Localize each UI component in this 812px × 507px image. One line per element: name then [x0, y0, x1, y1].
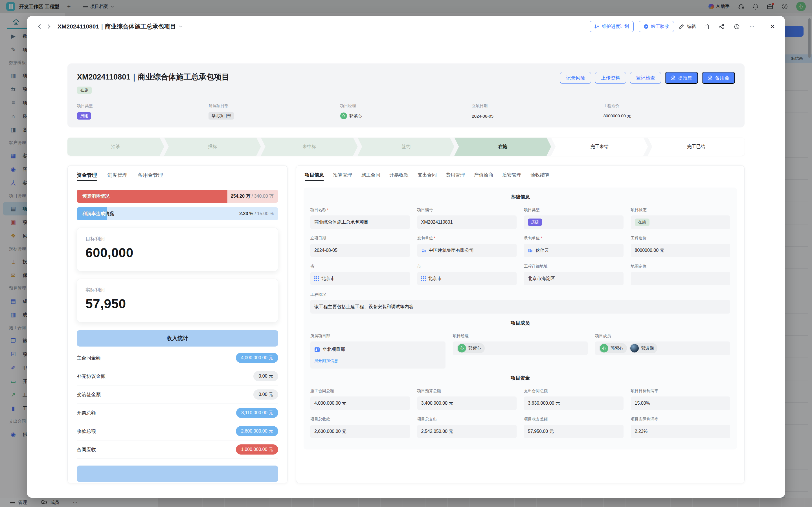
more-actions-button[interactable]: ⋯ [747, 21, 757, 32]
project-title: XM2024110801｜商业综合体施工总承包项目 [77, 72, 229, 82]
stage-pipeline: 洽谈 投标 未中标 签约 在施 完工未结 完工已结 [67, 137, 745, 156]
modal-title: XM2024110801｜商业综合体施工总承包项目 [58, 22, 182, 31]
tab-acceptance-settlement[interactable]: 验收结算 [530, 172, 550, 181]
badge-check-icon [644, 24, 649, 29]
copy-button[interactable] [701, 21, 711, 32]
amount-pill: 0.00 元 [253, 389, 278, 400]
avatar: 心 [340, 113, 347, 119]
city-grid-icon [421, 276, 426, 281]
field-total-paid: 项目总支出 2,542,050.00 元 [417, 417, 517, 438]
field-expense-contract-total: 支出合同总额 3,630,000.00 元 [524, 389, 624, 410]
stage-finished-unsettled[interactable]: 完工未结 [551, 137, 648, 156]
field-city: 市 北京市 [417, 264, 517, 285]
tab-petty-cash-management[interactable]: 备用金管理 [138, 172, 163, 181]
target-profit-card: 目标利润 600,000 [77, 228, 278, 271]
summary-field-manager: 项目经理 心郭紫心 [340, 104, 472, 120]
field-detailed-address: 工程详细地址 北京市海淀区 [524, 264, 624, 285]
stage-bidding[interactable]: 投标 [164, 137, 261, 156]
summary-field-department: 所属项目部 华北项目部 [209, 104, 340, 120]
record-risk-button[interactable]: 记录风险 [560, 72, 591, 84]
field-start-date: 立项日期 2024-08-05 [310, 236, 410, 257]
tab-expense-contract[interactable]: 支出合同 [418, 172, 437, 181]
budget-consumption-bar: 预算消耗情况 预算消耗情况 254.20 万 / 340.00 万 [77, 190, 278, 203]
city-grid-icon [314, 276, 319, 281]
field-project-cost: 工程造价 8000000.00 元 [631, 236, 730, 257]
tab-construction-contract[interactable]: 施工合同 [361, 172, 380, 181]
maintain-schedule-button[interactable]: 维护进度计划 [590, 21, 634, 32]
actual-profit-card: 实际利润 57,950 [77, 279, 278, 322]
field-construction-contract-total: 施工合同总额 4,000,000.00 元 [310, 389, 410, 410]
tab-cost-management[interactable]: 费用管理 [446, 172, 465, 181]
field-project-name: 项目名称* 商业综合体施工总承包项目 [310, 208, 410, 229]
stage-finished-settled[interactable]: 完工已结 [648, 137, 745, 156]
cut-off-statistics-button[interactable] [77, 465, 278, 482]
summary-field-date: 立项日期 2024-08-05 [472, 104, 603, 120]
modal-header: XM2024110801｜商业综合体施工总承包项目 维护进度计划 竣工验收 编辑 [27, 16, 785, 37]
amount-row-received: 收款总额 2,600,000.00 元 [77, 422, 278, 441]
close-button[interactable]: ✕ [767, 21, 777, 32]
summary-field-cost: 工程造价 8000000.00 元 [603, 104, 735, 120]
forward-button[interactable] [44, 22, 54, 31]
submit-expense-button[interactable]: 提报销 [665, 72, 698, 84]
chevron-left-icon [38, 24, 41, 29]
upload-files-button[interactable]: 上传资料 [595, 72, 626, 84]
amount-row-supplement: 补充协议金额 0.00 元 [77, 367, 278, 386]
field-total-received: 项目总收款 2,600,000.00 元 [310, 417, 410, 438]
share-button[interactable] [716, 21, 726, 32]
expand-extra-info-link[interactable]: 展开附加信息 [314, 358, 338, 363]
tab-quality-safety[interactable]: 质安管理 [502, 172, 522, 181]
field-project-type: 项目类型 房建 [524, 208, 624, 229]
status-badge: 在施 [635, 219, 649, 226]
edit-button[interactable]: 编辑 [679, 24, 696, 30]
stage-not-won[interactable]: 未中标 [261, 137, 358, 156]
avatar: 心 [457, 344, 466, 352]
project-summary-card: XM2024110801｜商业综合体施工总承包项目 在施 记录风险 上传资料 登… [67, 63, 745, 127]
field-contractor-company: 承包单位* 伙伴云 [524, 236, 624, 257]
amount-row-main-contract: 主合同金额 4,000,000.00 元 [77, 349, 278, 367]
field-province: 省 北京市 [310, 264, 410, 285]
completion-acceptance-button[interactable]: 竣工验收 [639, 21, 674, 32]
modal-body: XM2024110801｜商业综合体施工总承包项目 在施 记录风险 上传资料 登… [27, 37, 785, 498]
register-inspection-button[interactable]: 登记检查 [630, 72, 661, 84]
type-badge: 房建 [77, 112, 91, 120]
history-button[interactable] [732, 21, 742, 32]
amount-row-invoiced: 开票总额 3,110,000.00 元 [77, 404, 278, 422]
field-target-profit-rate: 项目目标利润率 15.00% [631, 389, 730, 410]
section-project-funds: 项目资金 [310, 375, 730, 381]
status-badge: 在施 [77, 87, 92, 94]
avatar [630, 344, 639, 352]
project-info-panel: 项目信息 预算管理 施工合同 开票收款 支出合同 费用管理 产值洽商 质安管理 … [296, 165, 745, 483]
stage-in-construction[interactable]: 在施 [454, 137, 551, 156]
chevron-right-icon [47, 24, 51, 29]
stage-negotiation[interactable]: 洽谈 [67, 137, 164, 156]
field-project-manager: 项目经理 心 郭紫心 [453, 334, 588, 369]
dollar-deposit-icon [708, 75, 713, 80]
stage-signed[interactable]: 签约 [358, 137, 454, 156]
field-project-overview: 工程概况 该工程主要包括土建工程、设备安装和调试等内容 [310, 292, 730, 314]
income-statistics-button[interactable]: 收入统计 [77, 330, 278, 347]
tab-output-negotiation[interactable]: 产值洽商 [474, 172, 493, 181]
divider [762, 23, 762, 30]
project-detail-modal: XM2024110801｜商业综合体施工总承包项目 维护进度计划 竣工验收 编辑 [27, 16, 785, 498]
tab-project-info[interactable]: 项目信息 [305, 172, 324, 181]
amount-pill: 0.00 元 [253, 371, 278, 381]
budget-bar-value: 254.20 万 / 340.00 万 [231, 193, 274, 200]
profit-bar-value: 2.23 % / 15.00 % [239, 211, 274, 216]
section-project-members: 项目成员 [310, 320, 730, 326]
field-department: 所属项目部 华北项目部 展开附加信息 [310, 334, 445, 369]
tab-budget[interactable]: 预算管理 [333, 172, 352, 181]
tab-progress-management[interactable]: 进度管理 [107, 172, 127, 181]
summary-field-type: 项目类型 房建 [77, 104, 209, 120]
tab-funds-management[interactable]: 资金管理 [77, 172, 97, 181]
amount-pill: 2,600,000.00 元 [236, 426, 278, 436]
member-pill: 心 郭紫心 [457, 343, 485, 353]
department-card-icon [314, 347, 320, 352]
actual-profit-value: 57,950 [86, 296, 269, 311]
dollar-deposit-icon [671, 75, 676, 80]
type-badge: 房建 [528, 219, 542, 226]
tab-invoicing[interactable]: 开票收款 [389, 172, 409, 181]
petty-cash-button[interactable]: 备用金 [702, 72, 735, 84]
funds-panel: 资金管理 进度管理 备用金管理 预算消耗情况 预算消耗情况 254.20 万 /… [67, 165, 287, 483]
back-button[interactable] [35, 22, 44, 31]
field-project-members: 项目成员 心 郭紫心 郭淑娴 [595, 334, 730, 369]
